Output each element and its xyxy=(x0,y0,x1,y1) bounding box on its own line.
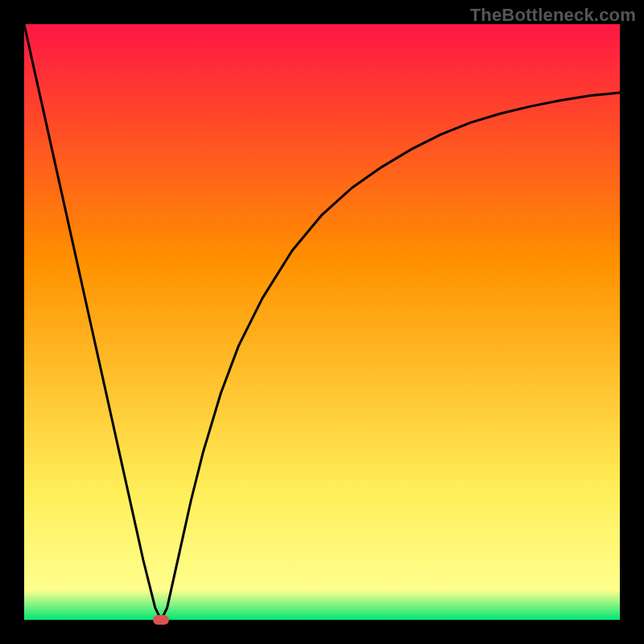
bottleneck-curve xyxy=(24,24,620,620)
chart-container: TheBottleneck.com xyxy=(0,0,644,644)
optimal-marker xyxy=(153,615,169,625)
watermark-text: TheBottleneck.com xyxy=(470,5,636,26)
plot-area xyxy=(24,24,620,620)
